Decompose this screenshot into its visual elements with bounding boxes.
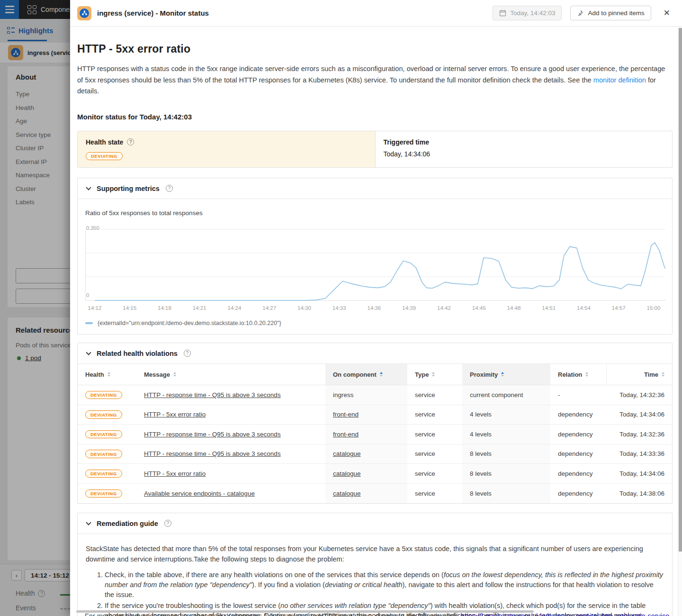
modal-body: HTTP - 5xx error ratio HTTP responses wi… [70, 27, 682, 616]
x-axis-tick-label: 14:54 [577, 305, 591, 311]
related-health-violations-header[interactable]: Related health violations [78, 343, 672, 364]
monitor-description: HTTP responses with a status code in the… [77, 63, 670, 97]
time-cell: Today, 14:38:06 [606, 490, 672, 497]
remediation-guide-header[interactable]: Remediation guide [78, 513, 672, 534]
relation-cell: dependency [550, 431, 606, 438]
metric-line-series [95, 243, 665, 300]
type-cell: service [407, 391, 462, 399]
y-axis-label-max: 0.350 [86, 225, 99, 231]
vertical-scrollbar[interactable] [678, 27, 682, 616]
health-state-card: Health state DEVIATING Triggered time To… [77, 131, 673, 168]
column-header-time[interactable]: Time [606, 364, 672, 385]
violation-row: DEVIATINGHTTP - 5xx error ratiocatalogue… [78, 464, 672, 484]
help-icon[interactable] [184, 350, 191, 357]
x-axis-tick-label: 14:45 [472, 305, 486, 311]
column-header-relation[interactable]: Relation [550, 364, 606, 385]
supporting-metrics-title: Supporting metrics [97, 185, 160, 192]
service-avatar [77, 6, 91, 20]
component-text: ingress [333, 391, 354, 399]
column-header-label: Message [144, 371, 170, 378]
column-header-label: Health [85, 371, 104, 378]
x-axis-tick-label: 14:57 [612, 305, 626, 311]
violations-table-body: DEVIATINGHTTP - response time - Q95 is a… [78, 385, 672, 503]
relation-cell: - [550, 391, 606, 399]
column-header-label: On component [333, 371, 377, 378]
chevron-down-icon [86, 350, 91, 355]
vertical-scrollbar-thumb[interactable] [679, 28, 682, 552]
relation-cell: dependency [550, 470, 606, 477]
triggered-time-label: Triggered time [384, 138, 429, 146]
remediation-doc-link[interactable]: https://l.stackstate.com/ui-kubernetes-m… [461, 612, 670, 616]
monitor-title: HTTP - 5xx error ratio [77, 43, 673, 55]
x-axis-tick-label: 14:33 [332, 305, 346, 311]
component-link[interactable]: catalogue [333, 470, 361, 477]
violation-message-link[interactable]: HTTP - response time - Q95 is above 3 se… [144, 450, 281, 457]
x-axis-tick-label: 14:42 [437, 305, 451, 311]
chevron-down-icon [86, 185, 91, 190]
metric-chart[interactable]: 0.350 0 14:1214:1514:1814:2114:2414:2714… [85, 227, 665, 313]
help-icon[interactable] [164, 520, 171, 527]
column-header-label: Type [415, 371, 429, 378]
health-state-badge: DEVIATING [85, 430, 122, 439]
violation-message-link[interactable]: HTTP - 5xx error ratio [144, 411, 206, 418]
violation-message-link[interactable]: Available service endpoints - catalogue [144, 490, 255, 497]
time-picker-button[interactable]: Today, 14:42:03 [493, 6, 562, 20]
legend-series-label: {externalId="urn:endpoint:/demo-dev.demo… [98, 320, 281, 326]
proximity-cell: 8 levels [470, 490, 492, 497]
type-cell: service [407, 431, 462, 438]
sort-icon [501, 372, 504, 377]
x-axis-tick-label: 14:27 [262, 305, 276, 311]
health-state-badge: DEVIATING [85, 489, 122, 498]
remediation-footer: For more detailed guidance on how to rem… [85, 612, 667, 616]
violation-message-link[interactable]: HTTP - response time - Q95 is above 3 se… [144, 391, 281, 399]
remediation-step: Check, in the table above, if there are … [105, 570, 664, 599]
relation-cell: dependency [550, 450, 606, 457]
supporting-metrics-header[interactable]: Supporting metrics [78, 178, 672, 199]
violation-row: DEVIATINGHTTP - response time - Q95 is a… [78, 385, 672, 405]
component-link[interactable]: front-end [333, 431, 359, 438]
column-header-proximity[interactable]: Proximity [462, 364, 550, 385]
violations-header-row: HealthMessageOn componentTypeProximityRe… [78, 364, 672, 385]
help-icon[interactable] [127, 138, 134, 145]
add-to-pinned-label: Add to pinned items [588, 9, 644, 17]
x-axis-tick-label: 14:39 [402, 305, 416, 311]
health-state-badge: DEVIATING [85, 470, 122, 478]
component-link[interactable]: catalogue [333, 490, 361, 497]
x-axis-tick-label: 14:51 [542, 305, 556, 311]
relation-cell: dependency [550, 411, 606, 418]
column-header-health[interactable]: Health [78, 364, 136, 385]
sort-icon [432, 372, 435, 377]
x-axis-tick-label: 14:18 [158, 305, 171, 311]
health-state-badge: DEVIATING [85, 450, 122, 458]
x-axis-tick-label: 15:00 [647, 305, 661, 311]
calendar-icon [499, 9, 506, 17]
violation-row: DEVIATINGHTTP - response time - Q95 is a… [78, 425, 672, 444]
sort-icon [662, 372, 664, 377]
monitor-status-modal: ingress (service) - Monitor status Today… [70, 0, 682, 616]
type-cell: service [407, 470, 462, 477]
x-axis-tick-label: 14:12 [88, 305, 102, 311]
add-to-pinned-button[interactable]: Add to pinned items [570, 6, 651, 20]
violation-message-link[interactable]: HTTP - 5xx error ratio [144, 470, 206, 477]
y-axis-label-min: 0 [86, 292, 89, 298]
help-icon[interactable] [166, 185, 173, 192]
x-axis-tick-label: 14:48 [507, 305, 521, 311]
related-health-violations-section: Related health violations HealthMessageO… [77, 343, 673, 504]
time-cell: Today, 14:34:06 [606, 411, 672, 418]
health-state-badge: DEVIATING [85, 410, 122, 419]
column-header-label: Relation [558, 371, 582, 378]
modal-title: ingress (service) - Monitor status [97, 9, 209, 17]
violation-message-link[interactable]: HTTP - response time - Q95 is above 3 se… [144, 431, 281, 438]
component-link[interactable]: front-end [333, 411, 359, 418]
component-link[interactable]: catalogue [333, 450, 361, 457]
related-health-violations-title: Related health violations [97, 350, 178, 357]
column-header-type[interactable]: Type [407, 364, 462, 385]
column-header-on-component[interactable]: On component [325, 364, 407, 385]
column-header-message[interactable]: Message [136, 364, 325, 385]
monitor-definition-link[interactable]: monitor definition [593, 76, 646, 84]
triggered-time-value: Today, 14:34:06 [384, 150, 664, 158]
service-type-icon [80, 9, 89, 18]
proximity-cell: current component [470, 391, 523, 399]
screen: Component Highlights ingress (service) A… [0, 0, 682, 616]
close-icon[interactable]: ✕ [663, 8, 671, 18]
